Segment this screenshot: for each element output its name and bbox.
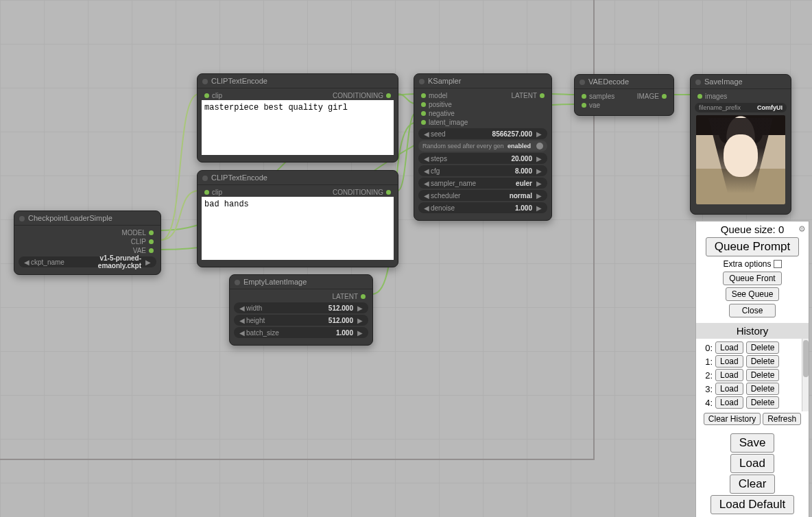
- load-default-button[interactable]: Load Default: [710, 495, 794, 514]
- ckpt-name-widget[interactable]: ◀ ckpt_name v1-5-pruned-emaonly.ckpt ▶: [19, 256, 156, 267]
- queue-front-button[interactable]: Queue Front: [723, 272, 781, 285]
- history-delete-button[interactable]: Delete: [746, 341, 780, 354]
- node-title[interactable]: SaveImage: [691, 75, 791, 89]
- triangle-right-icon[interactable]: ▶: [535, 192, 543, 200]
- slot-dot-icon: [149, 239, 154, 244]
- node-title[interactable]: CLIPTextEncode: [198, 74, 398, 88]
- node-empty-latent-image[interactable]: EmptyLatentImage LATENT ◀width512.000▶ ◀…: [229, 274, 373, 346]
- history-delete-button[interactable]: Delete: [746, 355, 780, 368]
- history-load-button[interactable]: Load: [715, 396, 743, 409]
- sampler-name-widget[interactable]: ◀sampler_nameeuler▶: [418, 178, 547, 189]
- slot-dot-icon: [582, 94, 586, 99]
- history-index: 2:: [700, 370, 713, 381]
- slot-vae-label: vae: [589, 101, 600, 109]
- node-clip-text-encode-positive[interactable]: CLIPTextEncode clip CONDITIONING: [197, 73, 398, 163]
- slot-dot-icon: [421, 111, 426, 116]
- refresh-button[interactable]: Refresh: [763, 413, 801, 425]
- triangle-right-icon[interactable]: ▶: [356, 304, 364, 312]
- scrollbar-thumb[interactable]: [803, 340, 809, 377]
- triangle-right-icon[interactable]: ▶: [356, 317, 364, 324]
- slot-images-label: images: [705, 93, 727, 100]
- control-panel[interactable]: Queue size: 0 ⚙ Queue Prompt Extra optio…: [695, 221, 809, 517]
- slot-dot-icon: [386, 93, 391, 98]
- filename-prefix-value: ComfyUI: [757, 104, 783, 111]
- slot-clip-label: clip: [212, 92, 222, 99]
- triangle-left-icon[interactable]: ◀: [238, 329, 246, 337]
- node-title[interactable]: KSampler: [414, 74, 551, 88]
- history-delete-button[interactable]: Delete: [746, 369, 780, 381]
- triangle-left-icon[interactable]: ◀: [422, 192, 431, 200]
- slot-dot-icon: [421, 93, 426, 98]
- close-button[interactable]: Close: [729, 304, 776, 317]
- triangle-right-icon[interactable]: ▶: [535, 155, 543, 163]
- slot-negative-label: negative: [429, 110, 455, 117]
- height-widget[interactable]: ◀height512.000▶: [234, 315, 368, 326]
- triangle-left-icon[interactable]: ◀: [422, 180, 431, 187]
- history-scrollbar[interactable]: [802, 339, 809, 411]
- queue-size-label: Queue size: 0 ⚙: [696, 221, 809, 236]
- node-vae-decode[interactable]: VAEDecode samples IMAGE vae: [574, 74, 674, 116]
- batch-size-widget[interactable]: ◀batch_size1.000▶: [234, 327, 368, 338]
- positive-prompt-input[interactable]: [202, 100, 394, 155]
- node-checkpoint-loader[interactable]: CheckpointLoaderSimple MODEL CLIP VAE ◀ …: [14, 211, 161, 275]
- extra-options-checkbox[interactable]: [774, 260, 782, 268]
- slot-conditioning-label: CONDITIONING: [333, 189, 383, 196]
- see-queue-button[interactable]: See Queue: [726, 287, 780, 301]
- triangle-right-icon[interactable]: ▶: [535, 130, 543, 138]
- history-row: 1:LoadDelete: [700, 355, 807, 368]
- toggle-knob-icon: [536, 143, 543, 149]
- gear-icon[interactable]: ⚙: [798, 224, 806, 234]
- history-load-button[interactable]: Load: [715, 355, 743, 368]
- save-button[interactable]: Save: [730, 433, 775, 453]
- triangle-left-icon[interactable]: ◀: [422, 130, 431, 138]
- triangle-left-icon[interactable]: ◀: [23, 258, 31, 266]
- slot-latent-image-label: latent_image: [429, 119, 468, 126]
- node-title[interactable]: CLIPTextEncode: [198, 171, 398, 185]
- steps-widget[interactable]: ◀steps20.000▶: [418, 153, 547, 164]
- triangle-right-icon[interactable]: ▶: [144, 258, 152, 266]
- queue-prompt-button[interactable]: Queue Prompt: [706, 237, 800, 256]
- node-title[interactable]: VAEDecode: [575, 75, 673, 89]
- triangle-right-icon[interactable]: ▶: [356, 329, 364, 337]
- triangle-right-icon[interactable]: ▶: [535, 204, 543, 212]
- node-clip-text-encode-negative[interactable]: CLIPTextEncode clip CONDITIONING: [197, 170, 398, 267]
- history-load-button[interactable]: Load: [715, 341, 743, 354]
- history-delete-button[interactable]: Delete: [746, 383, 780, 395]
- triangle-left-icon[interactable]: ◀: [422, 204, 431, 212]
- triangle-left-icon[interactable]: ◀: [422, 155, 431, 163]
- slot-dot-icon: [582, 103, 586, 108]
- triangle-left-icon[interactable]: ◀: [238, 317, 246, 324]
- slot-clip-label: CLIP: [131, 238, 146, 245]
- node-save-image[interactable]: SaveImage images filename_prefix ComfyUI: [690, 74, 791, 215]
- triangle-right-icon[interactable]: ▶: [535, 180, 543, 187]
- scheduler-widget[interactable]: ◀schedulernormal▶: [418, 190, 547, 201]
- cfg-widget[interactable]: ◀cfg8.000▶: [418, 165, 547, 176]
- filename-prefix-widget[interactable]: filename_prefix ComfyUI: [695, 103, 787, 112]
- node-ksampler[interactable]: KSampler model LATENT positive negative …: [414, 73, 552, 221]
- slot-dot-icon: [204, 93, 209, 98]
- node-title[interactable]: CheckpointLoaderSimple: [14, 211, 160, 226]
- negative-prompt-input[interactable]: [202, 197, 394, 260]
- width-widget[interactable]: ◀width512.000▶: [234, 302, 368, 313]
- node-title[interactable]: EmptyLatentImage: [230, 275, 372, 289]
- slot-vae-label: VAE: [133, 247, 146, 254]
- triangle-left-icon[interactable]: ◀: [422, 167, 431, 175]
- denoise-widget[interactable]: ◀denoise1.000▶: [418, 202, 547, 213]
- slot-dot-icon: [421, 120, 426, 125]
- clear-history-button[interactable]: Clear History: [704, 413, 761, 425]
- load-button[interactable]: Load: [730, 454, 774, 473]
- history-row: 3:LoadDelete: [700, 383, 807, 395]
- extra-options-label: Extra options: [723, 259, 771, 269]
- slot-latent-label: LATENT: [511, 92, 537, 99]
- output-image-preview[interactable]: [696, 115, 785, 204]
- triangle-right-icon[interactable]: ▶: [535, 167, 543, 175]
- history-load-button[interactable]: Load: [715, 369, 743, 381]
- clear-button[interactable]: Clear: [730, 474, 776, 494]
- triangle-left-icon[interactable]: ◀: [238, 304, 246, 312]
- seed-widget[interactable]: ◀seed8566257.000▶: [418, 128, 547, 139]
- history-load-button[interactable]: Load: [715, 383, 743, 395]
- random-seed-toggle[interactable]: Random seed after every genenabled: [418, 141, 547, 152]
- canvas-rule-vertical: [593, 0, 595, 459]
- slot-dot-icon: [204, 190, 209, 195]
- history-delete-button[interactable]: Delete: [746, 396, 780, 409]
